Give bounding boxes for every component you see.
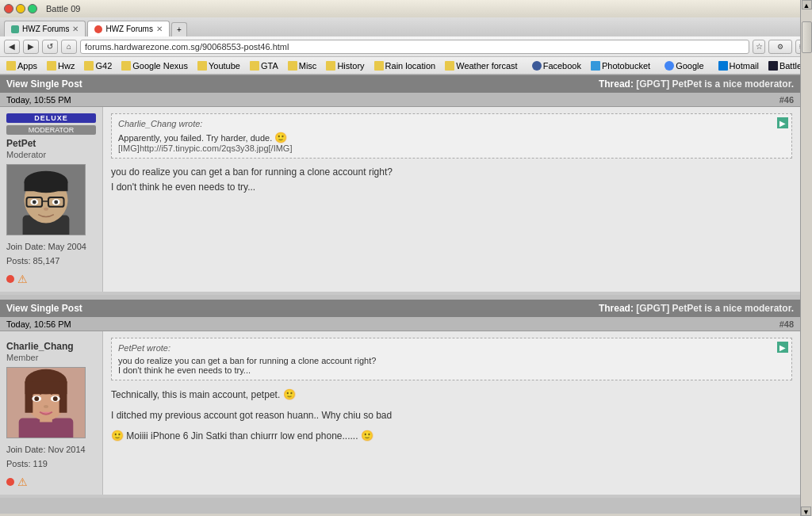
quote-author-1: Charlie_Chang — [118, 119, 176, 128]
post-section-1: View Single Post Thread: [GPGT] PetPet i… — [0, 75, 800, 292]
scrollbar-thumb[interactable] — [802, 21, 812, 53]
bookmark-photobucket[interactable]: Photobucket — [588, 60, 653, 71]
post-section-header-1: View Single Post Thread: [GPGT] PetPet i… — [0, 75, 800, 93]
tab-close-2[interactable]: ✕ — [156, 25, 163, 33]
new-tab-btn[interactable]: + — [171, 22, 187, 36]
page-footer-padding — [0, 498, 800, 514]
tab-close-1[interactable]: ✕ — [72, 25, 79, 33]
folder-icon-nexus — [121, 61, 131, 71]
close-btn[interactable] — [4, 4, 13, 13]
bookmark-gta[interactable]: GTA — [247, 60, 281, 71]
thread-title-link-1[interactable]: [GPGT] PetPet is a nice moderator. — [636, 78, 794, 90]
fb-icon — [532, 61, 542, 71]
bookmark-misc[interactable]: Misc — [285, 60, 320, 71]
post-line-1-1: I don't think he even needs to try... — [111, 180, 792, 195]
folder-icon-misc — [288, 61, 297, 71]
quote-line-1-1: [IMG]http://i57.tinypic.com/2qs3y38.jpg[… — [118, 143, 785, 153]
star-btn[interactable]: ☆ — [753, 40, 765, 54]
hotmail-icon — [718, 61, 728, 71]
username-1[interactable]: PetPet — [6, 138, 96, 149]
post-section-2: View Single Post Thread: [GPGT] PetPet i… — [0, 300, 800, 495]
tab-label-1: HWZ Forums — [22, 25, 69, 33]
folder-icon — [6, 61, 16, 71]
bookmarks-bar: Apps Hwz G42 Google Nexus Youtube GTA Mi… — [0, 57, 812, 75]
title-bar: Battle 09 — [0, 0, 812, 17]
bookmark-google[interactable]: Google — [662, 60, 706, 71]
moderator-badge-1: MODERATOR — [6, 125, 96, 135]
refresh-btn[interactable]: ↺ — [42, 40, 58, 54]
bookmark-youtube[interactable]: Youtube — [195, 60, 243, 71]
quote-box-1: Charlie_Chang wrote: Apparently, you fai… — [111, 113, 792, 159]
online-dot-1 — [6, 275, 14, 283]
quote-expand-btn-2[interactable]: ▶ — [777, 342, 788, 353]
quote-header-1: Charlie_Chang wrote: — [118, 119, 785, 128]
emoji-2: 🙂 — [283, 387, 296, 403]
scrollbar-area: ▲ ▼ — [800, 0, 812, 514]
bookmark-weather-label: Weather forcast — [456, 61, 517, 71]
quote-expand-btn-1[interactable]: ▶ — [777, 117, 788, 128]
thread-title-link-2[interactable]: [GPGT] PetPet is a nice moderator. — [636, 303, 794, 314]
tab-label-2: HWZ Forums — [105, 25, 152, 33]
bookmark-apps[interactable]: Apps — [4, 60, 40, 71]
forward-btn[interactable]: ▶ — [23, 40, 39, 54]
post-number-2: #48 — [779, 319, 794, 329]
quote-line-2-1: I don't think he even needs to try... — [118, 365, 785, 375]
maximize-btn[interactable] — [28, 4, 37, 13]
posts-count-1: Posts: 85,147 — [6, 254, 96, 269]
quote-header-2: PetPet wrote: — [118, 343, 785, 353]
user-info-2: Join Date: Nov 2014 Posts: 119 — [6, 443, 96, 471]
tab-favicon-2 — [94, 25, 102, 33]
scrollbar-up-btn[interactable]: ▲ — [802, 0, 812, 10]
post-line-2-2: I ditched my previous account got reason… — [111, 408, 792, 423]
bookmark-weather[interactable]: Weather forcast — [442, 60, 519, 71]
folder-icon-yt — [197, 61, 207, 71]
bookmark-hotmail[interactable]: Hotmail — [716, 60, 761, 71]
bookmark-rain[interactable]: Rain location — [372, 60, 439, 71]
back-btn[interactable]: ◀ — [4, 40, 20, 54]
post-line-1-0: you do realize you can get a ban for run… — [111, 165, 792, 180]
minimize-btn[interactable] — [16, 4, 25, 13]
avatar-1 — [6, 164, 86, 235]
folder-icon-history — [326, 61, 335, 71]
folder-icon-weather — [445, 61, 454, 71]
post-number-1: #46 — [779, 95, 794, 105]
tab-1[interactable]: HWZ Forums ✕ — [4, 21, 86, 36]
post-body-2: Charlie_Chang Member — [0, 331, 800, 495]
battlelog-icon — [768, 61, 778, 71]
posts-count-2: Posts: 119 — [6, 457, 96, 472]
svg-rect-5 — [25, 182, 68, 191]
bookmark-hwz[interactable]: Hwz — [44, 60, 77, 71]
username-2[interactable]: Charlie_Chang — [6, 341, 96, 352]
quote-line-1-0: Apparently, you failed. Try harder, dude… — [118, 132, 785, 143]
home-btn[interactable]: ⌂ — [61, 40, 77, 54]
join-date-1: Join Date: May 2004 — [6, 240, 96, 254]
bookmark-facebook[interactable]: Facebook — [530, 60, 584, 71]
post-section-header-2: View Single Post Thread: [GPGT] PetPet i… — [0, 300, 800, 317]
view-single-post-label-2: View Single Post — [6, 303, 82, 314]
quote-wrote-2: wrote: — [147, 343, 170, 353]
post-time-2: Today, 10:56 PM — [6, 319, 71, 329]
extensions-btn[interactable]: ⚙ — [768, 40, 792, 54]
post-sidebar-2: Charlie_Chang Member — [0, 331, 103, 495]
bookmark-history[interactable]: History — [324, 60, 366, 71]
folder-icon-rain — [374, 61, 384, 71]
bookmark-google-nexus[interactable]: Google Nexus — [119, 60, 190, 71]
bookmark-apps-label: Apps — [17, 61, 37, 71]
browser-chrome: Battle 09 HWZ Forums ✕ HWZ Forums ✕ + ◀ … — [0, 0, 812, 75]
emoji-3: 🙂 — [111, 428, 124, 445]
tab-2[interactable]: HWZ Forums ✕ — [87, 21, 169, 36]
quote-box-2: PetPet wrote: you do realize you can get… — [111, 338, 792, 380]
svg-rect-22 — [25, 382, 67, 395]
scrollbar-down-btn[interactable]: ▼ — [801, 506, 811, 514]
bookmark-history-label: History — [337, 61, 364, 71]
post-sidebar-1: DELUXE MODERATOR PetPet Moderator — [0, 107, 103, 292]
thread-info-1: Thread: [GPGT] PetPet is a nice moderato… — [599, 78, 794, 90]
svg-point-25 — [34, 396, 39, 401]
folder-icon-gta — [250, 61, 259, 71]
emoji-1: 🙂 — [274, 132, 287, 143]
bookmark-g42[interactable]: G42 — [82, 60, 114, 71]
warn-icon-1: ⚠ — [17, 273, 28, 285]
tab-favicon-1 — [11, 25, 19, 33]
tabs-bar: HWZ Forums ✕ HWZ Forums ✕ + — [0, 17, 812, 36]
address-bar[interactable]: forums.hardwarezone.com.sg/90068553-post… — [80, 40, 749, 54]
